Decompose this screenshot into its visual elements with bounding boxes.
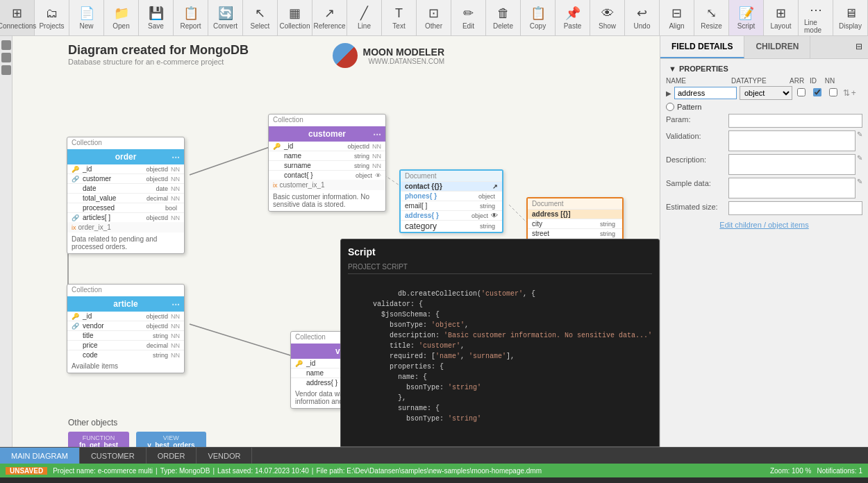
toolbar-script[interactable]: 📝 Script <box>729 0 764 35</box>
arr-checkbox[interactable] <box>797 88 806 96</box>
field-name-input[interactable] <box>674 87 737 99</box>
tab-vendor[interactable]: VENDOR <box>197 448 252 464</box>
sidebar-btn-3[interactable] <box>1 65 11 75</box>
other-objects: Other objects FUNCTION fn_get_best VIEW … <box>68 418 206 447</box>
order-header: order ··· <box>67 149 184 164</box>
resize-icon: ⤡ <box>706 6 717 21</box>
toolbar-reference[interactable]: ↗ Reference <box>312 0 347 35</box>
addr-cust-street: street string <box>528 229 622 239</box>
toolbar-select[interactable]: ↖ Select <box>243 0 278 35</box>
toolbar-other[interactable]: ⊡ Other <box>417 0 451 35</box>
toolbar-text[interactable]: T Text <box>382 0 417 35</box>
param-input[interactable] <box>728 114 862 128</box>
text-icon: T <box>395 6 403 21</box>
script-content[interactable]: db.createCollection('customer', { valida… <box>348 278 652 424</box>
toolbar-paste[interactable]: 📌 Paste <box>556 0 590 35</box>
toolbar-display[interactable]: 🖥 Display <box>833 0 868 35</box>
properties-header[interactable]: ▼ PROPERTIES <box>666 65 862 73</box>
status-project: Project name: e-commerce multi <box>53 467 153 475</box>
field-datatype-select[interactable]: object <box>740 86 792 100</box>
status-notifications: Notifications: 1 <box>817 467 862 475</box>
collection-customer[interactable]: Collection customer ··· 🔑 _id objectId N… <box>268 114 386 212</box>
customer-header: customer ··· <box>269 126 385 142</box>
sidebar-btn-2[interactable] <box>1 53 11 62</box>
svg-line-4 <box>384 175 399 185</box>
toolbar-collection[interactable]: ▦ Collection <box>278 0 312 35</box>
toolbar-align[interactable]: ⊟ Align <box>660 0 694 35</box>
customer-field-surname: surname string NN <box>269 161 385 171</box>
toolbar-connections[interactable]: ⊞ Connections <box>0 0 35 35</box>
script-icon: 📝 <box>739 6 754 21</box>
add-icon[interactable]: + <box>851 88 856 98</box>
article-field-title: title string NN <box>67 331 184 341</box>
toolbar-linemode[interactable]: ⋯ Line mode <box>799 0 833 35</box>
sidebar-btn-1[interactable] <box>1 40 11 50</box>
canvas-area[interactable]: Diagram created for MongoDB Database str… <box>12 36 660 447</box>
addr-cust-city: city string <box>528 219 622 229</box>
layout-icon: ⊞ <box>776 6 786 21</box>
toolbar-convert[interactable]: 🔄 Convert <box>208 0 243 35</box>
article-header: article ··· <box>67 296 184 312</box>
line-icon: ╱ <box>360 6 368 21</box>
toolbar-new[interactable]: 📄 New <box>69 0 104 35</box>
addr-cust-header: address [{}] <box>528 210 622 219</box>
order-field-processed: processed bool <box>67 203 184 213</box>
unsaved-badge: UNSAVED <box>6 467 47 475</box>
svg-line-5 <box>509 205 526 222</box>
collection-order[interactable]: Collection order ··· 🔑 _id objectId NN 🔗… <box>67 137 185 254</box>
sample-data-input[interactable] <box>728 178 856 198</box>
toolbar-layout[interactable]: ⊞ Layout <box>764 0 799 35</box>
tab-order[interactable]: ORDER <box>147 448 197 464</box>
other-icon: ⊡ <box>428 6 439 21</box>
tab-main-diagram[interactable]: MAIN DIAGRAM <box>0 448 80 464</box>
script-title: Script <box>348 246 652 257</box>
validation-edit-icon[interactable]: ✎ <box>857 130 862 138</box>
toolbar-delete[interactable]: 🗑 Delete <box>486 0 521 35</box>
report-icon: 📋 <box>183 6 199 21</box>
edit-children-link[interactable]: Edit children / object items <box>666 221 862 229</box>
document-contact[interactable]: Document contact {{}} ↗ phones{ } object… <box>399 169 503 233</box>
toolbar-undo[interactable]: ↩ Undo <box>625 0 660 35</box>
description-edit-icon[interactable]: ✎ <box>857 154 862 162</box>
collection-article[interactable]: Collection article ··· 🔑 _id objectId NN… <box>67 284 185 373</box>
field-expand-arrow[interactable]: ▶ <box>666 90 671 97</box>
move-icon[interactable]: ⇅ <box>843 88 850 98</box>
description-input[interactable] <box>728 154 856 175</box>
estimated-size-row: Estimated size: <box>666 201 862 215</box>
logo-text: MOON MODELER WWW.DATANSEN.COM <box>363 46 444 65</box>
ref-icon: 🔗 <box>72 214 81 221</box>
paste-icon: 📌 <box>565 6 581 21</box>
id-checkbox[interactable] <box>813 88 821 96</box>
v-best-orders-btn[interactable]: VIEW v_best_orders <box>136 432 206 447</box>
validation-input[interactable] <box>728 130 856 151</box>
key-icon: 🔑 <box>273 143 283 150</box>
toolbar-line[interactable]: ╱ Line <box>347 0 382 35</box>
pattern-radio[interactable] <box>666 103 674 111</box>
toolbar-resize[interactable]: ⤡ Resize <box>694 0 729 35</box>
open-icon: 📁 <box>114 6 129 21</box>
nn-checkbox[interactable] <box>829 88 837 96</box>
tab-field-details[interactable]: FIELD DETAILS <box>660 36 744 58</box>
toolbar-projects[interactable]: 🗂 Projects <box>35 0 69 35</box>
column-headers: NAME DATATYPE ARR ID NN <box>666 77 862 85</box>
toolbar-open[interactable]: 📁 Open <box>104 0 139 35</box>
article-collection-label: Collection <box>67 285 184 295</box>
panel-collapse-btn[interactable]: ⊟ <box>850 36 868 58</box>
fn-get-best-btn[interactable]: FUNCTION fn_get_best <box>68 432 129 447</box>
sample-data-edit-icon[interactable]: ✎ <box>857 178 862 185</box>
tab-customer[interactable]: CUSTOMER <box>80 448 147 464</box>
toolbar-show[interactable]: 👁 Show <box>590 0 625 35</box>
tab-children[interactable]: CHILDREN <box>744 36 810 58</box>
toolbar-copy[interactable]: 📋 Copy <box>521 0 556 35</box>
contact-field-header: contact {{}} ↗ <box>401 182 502 192</box>
order-index: ix order_ix_1 <box>67 222 184 232</box>
toolbar-edit[interactable]: ✏ Edit <box>451 0 486 35</box>
id-checkbox-container <box>811 88 824 99</box>
properties-section: ▼ PROPERTIES NAME DATATYPE ARR ID NN ▶ o… <box>660 59 868 235</box>
estimated-size-input[interactable] <box>728 201 862 215</box>
toolbar-report[interactable]: 📋 Report <box>174 0 208 35</box>
edit-icon: ✏ <box>463 6 474 21</box>
sample-data-row: Sample data: ✎ <box>666 178 862 198</box>
logo-area: MOON MODELER WWW.DATANSEN.COM <box>333 43 444 68</box>
toolbar-save[interactable]: 💾 Save <box>139 0 174 35</box>
